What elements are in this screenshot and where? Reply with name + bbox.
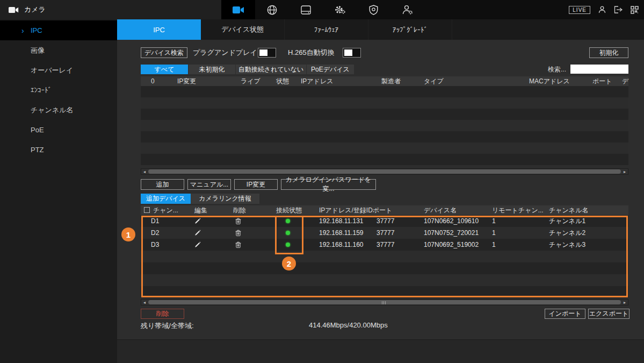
edit-pencil-icon[interactable] — [194, 218, 201, 224]
subtab-added-device[interactable]: 追加デバイス — [141, 194, 191, 204]
device-name-cell: 107N0662_109610 — [424, 215, 479, 227]
settings-icon — [335, 5, 345, 15]
channel-name-cell: チャンネル2 — [549, 227, 585, 239]
scrollbar-grip — [382, 301, 387, 304]
initialize-button[interactable]: 初期化 — [589, 47, 628, 58]
delete-button[interactable]: 削除 — [141, 309, 184, 319]
col-channel: チャン... — [153, 205, 178, 215]
network-icon — [267, 5, 277, 15]
add-button[interactable]: 追加 — [141, 179, 184, 190]
topbar-title-area: カメラ — [0, 0, 221, 19]
select-all-checkbox[interactable] — [144, 207, 150, 213]
port-cell: 37777 — [377, 227, 394, 239]
tab-firmware[interactable]: ﾌｧｰﾑｳｪｱ — [285, 19, 368, 40]
change-camera-password-button[interactable]: カメラログインパスワードを変... — [281, 179, 376, 190]
sidebar-item-channel-name[interactable]: チャンネル名 — [0, 100, 117, 120]
manual-add-button[interactable]: マニュアル... — [187, 179, 231, 190]
h265-auto-toggle[interactable] — [343, 48, 361, 58]
col-edit: 編集 — [194, 205, 207, 215]
export-button[interactable]: エクスポート — [588, 309, 629, 319]
grid-icon[interactable] — [631, 6, 639, 14]
filter-not-auto-connected[interactable]: 自動接続されていない — [236, 65, 306, 74]
scrollbar-thumb[interactable] — [148, 300, 621, 304]
filter-uninitialized[interactable]: 未初期化 — [189, 65, 235, 74]
nav-network[interactable] — [255, 0, 289, 19]
main-tabs: IPC デバイス状態 ﾌｧｰﾑｳｪｱ ｱｯﾌﾟｸﾞﾚｰﾄﾞ — [117, 19, 644, 40]
device-row-d2[interactable]: D2 192.168.11.159 37777 107N0752_720021 … — [141, 227, 628, 239]
edit-pencil-icon[interactable] — [194, 241, 201, 248]
user-icon[interactable] — [598, 6, 606, 13]
scroll-left-icon[interactable]: ◂ — [141, 300, 148, 305]
plug-and-play-toggle[interactable] — [258, 48, 276, 58]
subtab-camera-link-info[interactable]: カメラリンク情報 — [191, 194, 259, 204]
sidebar-item-encode[interactable]: ｴﾝｺｰﾄﾞ — [0, 80, 117, 100]
scroll-right-icon[interactable]: ▸ — [621, 300, 628, 305]
added-device-table: チャン... 編集 削除 接続状態 IPアドレス/登録IDポート デバイス名 リ… — [141, 205, 628, 298]
logout-icon[interactable] — [614, 6, 623, 13]
account-icon — [402, 5, 413, 15]
search-input[interactable] — [570, 65, 628, 74]
camera-ipc-page: カメラ — [0, 0, 644, 363]
sidebar-item-label: チャンネル名 — [31, 105, 74, 115]
remote-channel-cell: 1 — [492, 239, 496, 251]
search-table-body — [141, 86, 628, 165]
col-remote-channel: リモートチャン... — [492, 205, 544, 215]
device-row-d1[interactable]: D1 192.168.11.131 37777 107N0662_109610 … — [141, 215, 628, 227]
sidebar-item-poe[interactable]: PoE — [0, 120, 117, 140]
device-search-button[interactable]: デバイス検索 — [141, 47, 187, 58]
nav-system[interactable] — [323, 0, 357, 19]
col-manufacturer: 製造者 — [381, 76, 401, 86]
sidebar-item-image[interactable]: 画像 — [0, 40, 117, 60]
empty-row — [141, 251, 628, 262]
filter-all[interactable]: すべて — [141, 65, 188, 74]
sidebar-item-label: PoE — [31, 126, 44, 134]
import-button[interactable]: インポート — [545, 309, 585, 319]
col-status: 状態 — [276, 76, 289, 86]
added-table-scrollbar[interactable]: ◂ ▸ — [141, 299, 628, 305]
delete-trash-icon[interactable] — [235, 218, 241, 224]
col-ip-port: IPアドレス/登録IDポート — [319, 205, 392, 215]
sidebar-item-ipc[interactable]: › IPC — [0, 20, 117, 40]
col-mac-address: MACアドレス — [529, 76, 570, 86]
plug-and-play-label: プラグアンドプレイ — [193, 47, 257, 58]
empty-row — [141, 286, 628, 298]
sidebar-item-label: ｴﾝｺｰﾄﾞ — [31, 86, 52, 94]
col-delete: 削除 — [233, 205, 246, 215]
col-channel-name: チャンネル名 — [549, 205, 588, 215]
sidebar-item-ptz[interactable]: PTZ — [0, 140, 117, 160]
search-table-scrollbar[interactable]: ◂ ▸ — [141, 168, 628, 175]
empty-row — [141, 131, 628, 143]
ip-change-button[interactable]: IP変更 — [234, 179, 278, 190]
port-cell: 37777 — [377, 215, 394, 227]
port-cell: 37777 — [377, 239, 394, 251]
scroll-left-icon[interactable]: ◂ — [141, 169, 148, 174]
empty-row — [141, 143, 628, 154]
channel-name-cell: チャンネル3 — [549, 239, 585, 251]
nav-storage[interactable] — [289, 0, 323, 19]
tab-upgrade[interactable]: ｱｯﾌﾟｸﾞﾚｰﾄﾞ — [368, 19, 452, 40]
bandwidth-label: 残り帯域/全帯域: — [141, 321, 194, 331]
col-device-name: デバイス名 — [424, 205, 457, 215]
delete-trash-icon[interactable] — [235, 230, 241, 236]
security-shield-icon — [369, 5, 378, 15]
h265-auto-label: H.265自動切換 — [288, 47, 335, 58]
device-row-d3[interactable]: D3 192.168.11.160 37777 107N0692_519002 … — [141, 239, 628, 251]
delete-trash-icon[interactable] — [235, 241, 241, 248]
toggle-knob — [344, 49, 352, 56]
tab-ipc[interactable]: IPC — [117, 19, 201, 40]
edit-pencil-icon[interactable] — [194, 230, 201, 236]
scroll-right-icon[interactable]: ▸ — [621, 169, 628, 174]
nav-security[interactable] — [357, 0, 390, 19]
col-connection-status: 接続状態 — [276, 205, 302, 215]
live-badge[interactable]: LIVE — [569, 6, 590, 14]
tab-device-status[interactable]: デバイス状態 — [201, 19, 285, 40]
col-type: タイプ — [424, 76, 444, 86]
nav-account[interactable] — [390, 0, 424, 19]
nav-camera[interactable] — [221, 0, 255, 19]
empty-row — [141, 120, 628, 131]
scrollbar-thumb[interactable] — [148, 169, 621, 174]
sidebar-item-label: オーバーレイ — [31, 66, 73, 75]
remote-channel-cell: 1 — [492, 227, 496, 239]
sidebar-item-overlay[interactable]: オーバーレイ — [0, 60, 117, 80]
filter-poe-device[interactable]: PoEデバイス — [307, 65, 354, 74]
